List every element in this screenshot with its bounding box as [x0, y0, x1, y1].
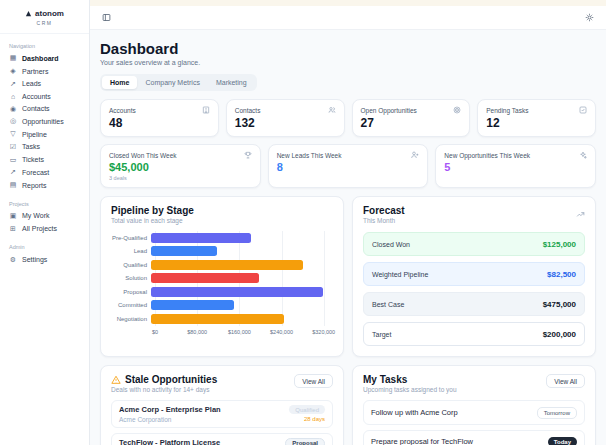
- chart-category-label: Negotiation: [111, 316, 151, 322]
- chart-track: [151, 260, 329, 270]
- sidebar-item-pipeline[interactable]: ▽Pipeline: [0, 128, 89, 141]
- forecast-row-value: $82,500: [547, 270, 576, 279]
- chart-row-pre-qualified: Pre-Qualified: [111, 231, 333, 245]
- warning-icon: [111, 375, 121, 385]
- sidebar-toggle-button[interactable]: [100, 8, 113, 27]
- sidebar-item-opportunities[interactable]: ◎Opportunities: [0, 115, 89, 128]
- chart-track: [151, 246, 329, 256]
- task-label: Prepare proposal for TechFlow: [371, 437, 473, 445]
- forecast-title: Forecast: [363, 205, 405, 216]
- sidebar-item-settings[interactable]: ⚙Settings: [0, 253, 89, 266]
- sidebar-nav: Navigation▦Dashboard◈Partners↗Leads⌂Acco…: [0, 43, 89, 266]
- stale-title: Stale Opportunities: [125, 374, 217, 385]
- forecast-row-weighted-pipeline: Weighted Pipeline$82,500: [363, 262, 585, 286]
- reports-icon: ▤: [9, 181, 17, 189]
- my-tasks-card: My Tasks Upcoming tasks assigned to you …: [352, 365, 596, 445]
- sidebar-item-label: Tickets: [22, 156, 44, 163]
- forecast-row-value: $475,000: [543, 300, 576, 309]
- sidebar-item-accounts[interactable]: ⌂Accounts: [0, 90, 89, 102]
- sidebar-section-label-admin: Admin: [0, 244, 89, 250]
- building-icon: [202, 106, 210, 114]
- sidebar-item-my-work[interactable]: ▣My Work: [0, 210, 89, 223]
- sidebar-item-label: Accounts: [22, 93, 51, 100]
- stale-opportunity-techflow-platform-license[interactable]: TechFlow - Platform LicenseTechFlow Solu…: [111, 433, 333, 445]
- logo-icon: [25, 10, 32, 17]
- chart-track: [151, 273, 329, 283]
- sidebar-item-label: Forecast: [22, 169, 49, 176]
- target-icon: [453, 106, 461, 114]
- task-prepare-proposal-for-techflow[interactable]: Prepare proposal for TechFlowToday: [363, 430, 585, 445]
- trending-up-icon: [576, 205, 585, 223]
- kpi-value: 132: [235, 116, 336, 130]
- pipeline-chart: Pre-QualifiedLeadQualifiedSolutionPropos…: [111, 231, 333, 338]
- sidebar-item-reports[interactable]: ▤Reports: [0, 179, 89, 192]
- chart-body: Pre-QualifiedLeadQualifiedSolutionPropos…: [111, 231, 333, 326]
- leads-icon: ↗: [9, 80, 17, 88]
- sidebar-item-tasks[interactable]: ☑Tasks: [0, 140, 89, 153]
- theme-toggle-button[interactable]: [583, 8, 596, 27]
- chart-track: [151, 287, 329, 297]
- stale-opportunity-acme-corp-enterprise-plan[interactable]: Acme Corp - Enterprise PlanAcme Corporat…: [111, 400, 333, 428]
- sidebar-item-label: Opportunities: [22, 118, 64, 125]
- tab-marketing[interactable]: Marketing: [208, 76, 255, 89]
- week-card-label: Closed Won This Week: [109, 152, 177, 159]
- theme-toggle-icon: [585, 10, 594, 25]
- chart-row-committed: Committed: [111, 299, 333, 313]
- tab-company-metrics[interactable]: Company Metrics: [137, 76, 207, 89]
- sparkles-icon: [579, 151, 587, 159]
- bottom-row: Stale Opportunities Deals with no activi…: [100, 365, 596, 445]
- task-follow-up-with-acme-corp[interactable]: Follow up with Acme CorpTomorrow: [363, 400, 585, 425]
- sidebar-item-dashboard[interactable]: ▦Dashboard: [0, 52, 89, 65]
- kpi-value: 12: [486, 116, 587, 130]
- sidebar-item-label: All Projects: [22, 225, 57, 232]
- week-card-sub: 3 deals: [109, 175, 252, 181]
- pipeline-chart-title: Pipeline by Stage: [111, 205, 333, 216]
- chart-rows: Pre-QualifiedLeadQualifiedSolutionPropos…: [111, 231, 333, 326]
- pipeline-icon: ▽: [9, 130, 17, 138]
- my-work-icon: ▣: [9, 212, 17, 220]
- stale-view-all-button[interactable]: View All: [294, 374, 333, 388]
- sidebar-item-contacts[interactable]: ◉Contacts: [0, 102, 89, 115]
- forecast-row-best-case: Best Case$475,000: [363, 292, 585, 316]
- chart-category-label: Pre-Qualified: [111, 235, 151, 241]
- tasks-title: My Tasks: [363, 374, 457, 385]
- page-content: Dashboard Your sales overview at a glanc…: [90, 30, 606, 445]
- stale-item-list: Acme Corp - Enterprise PlanAcme Corporat…: [111, 400, 333, 445]
- sidebar-item-partners[interactable]: ◈Partners: [0, 65, 89, 78]
- chart-bar-committed: [151, 300, 234, 310]
- trophy-icon: [244, 151, 252, 159]
- kpi-card-accounts: Accounts48: [100, 99, 219, 137]
- kpi-value: 48: [109, 116, 210, 130]
- sidebar-item-label: Settings: [22, 256, 47, 263]
- stale-days-label: 28 days: [304, 416, 325, 422]
- app-logo: atonom CRM: [0, 0, 89, 34]
- sidebar-item-label: Contacts: [22, 105, 50, 112]
- week-card-new-leads-this-week: New Leads This Week8: [268, 144, 429, 188]
- chart-category-label: Lead: [111, 248, 151, 254]
- kpi-label: Open Opportunities: [361, 107, 417, 114]
- tab-home[interactable]: Home: [102, 76, 137, 89]
- settings-icon: ⚙: [9, 256, 17, 264]
- task-label: Follow up with Acme Corp: [371, 408, 458, 417]
- sidebar-item-forecast[interactable]: ↗Forecast: [0, 166, 89, 179]
- chart-category-label: Qualified: [111, 262, 151, 268]
- sidebar-item-leads[interactable]: ↗Leads: [0, 78, 89, 91]
- forecast-row-label: Closed Won: [372, 241, 410, 248]
- forecast-icon: ↗: [9, 168, 17, 176]
- due-badge: Today: [548, 437, 577, 445]
- sidebar-item-tickets[interactable]: ▭Tickets: [0, 153, 89, 166]
- forecast-row-label: Best Case: [372, 301, 404, 308]
- sidebar-item-all-projects[interactable]: ⊞All Projects: [0, 222, 89, 235]
- sidebar: atonom CRM Navigation▦Dashboard◈Partners…: [0, 0, 90, 445]
- sidebar-item-label: Pipeline: [22, 131, 47, 138]
- week-stats-row: Closed Won This Week$45,0003 dealsNew Le…: [100, 144, 596, 188]
- forecast-row-value: $125,000: [543, 240, 576, 249]
- week-card-label: New Leads This Week: [277, 152, 342, 159]
- kpi-card-open-opportunities: Open Opportunities27: [352, 99, 471, 137]
- tasks-view-all-button[interactable]: View All: [546, 374, 585, 388]
- opportunity-name: TechFlow - Platform License: [119, 438, 220, 445]
- forecast-row-value: $200,000: [543, 330, 576, 339]
- chart-bar-solution: [151, 273, 259, 283]
- stage-badge: Qualified: [289, 405, 325, 414]
- sidebar-item-label: Dashboard: [22, 55, 59, 62]
